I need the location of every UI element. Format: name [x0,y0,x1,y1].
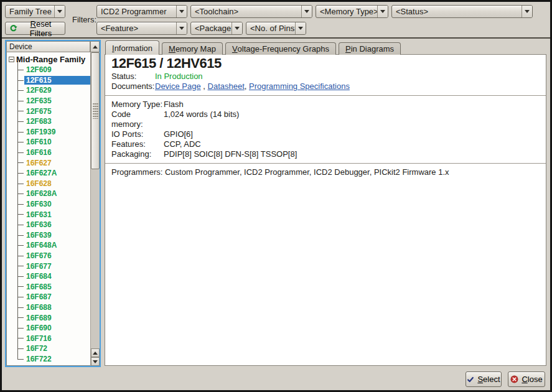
divider [105,163,546,164]
toolchain-filter-dropdown[interactable]: <Toolchain> [190,5,312,18]
tree-item-16F677[interactable]: 16F677 [6,261,90,271]
chevron-down-icon[interactable] [522,6,532,17]
tree-item-label: 16F610 [24,138,54,146]
tree-item-12F609[interactable]: 12F609 [6,65,90,75]
tree-item-label: 12F615 [24,76,90,85]
tree-item-label: 16F1939 [24,128,57,136]
tree-item-12F629[interactable]: 12F629 [6,85,90,96]
tree-item-12F683[interactable]: 12F683 [6,116,90,127]
memory-type-filter-dropdown[interactable]: <Memory Type> [316,5,388,18]
tree-item-12F615[interactable]: 12F615 [6,75,90,86]
chevron-down-icon[interactable] [301,6,312,17]
programmer-filter-value: ICD2 Programmer [97,7,176,16]
tree-item-label: 16F627A [24,169,58,177]
scrollbar-grip [93,103,98,119]
scroll-up-button-bottom[interactable] [91,348,100,357]
tree-item-label: 16F631 [24,210,54,219]
documents-label: Documents: [111,82,155,91]
tree-item-16F631[interactable]: 16F631 [6,209,90,220]
tree-item-16F1939[interactable]: 16F1939 [6,127,90,138]
spec-value: Flash [164,100,184,110]
device-page-link[interactable]: Device Page [155,82,201,91]
tree-item-16F690[interactable]: 16F690 [6,323,90,334]
tree-item-label: 16F616 [24,148,54,157]
spec-row-code-memory: Code memory: 1,024 words (14 bits) [111,110,540,129]
tree-item-16F628A[interactable]: 16F628A [6,189,90,199]
tree-scrollbar[interactable] [90,52,100,366]
tab-memory-map[interactable]: Memory Map [162,42,223,55]
tree-item-16F722[interactable]: 16F722 [6,354,90,365]
tree-item-16F688[interactable]: 16F688 [6,302,90,313]
documents-row: Documents: Device Page , Datasheet, Prog… [111,82,540,91]
status-badge: In Production [155,72,203,82]
family-tree-dropdown[interactable]: Family Tree [5,5,65,18]
spec-label: IO Ports: [111,129,164,139]
tree-item-16F676[interactable]: 16F676 [6,251,90,261]
tab-pin-diagrams[interactable]: Pin Diagrams [339,42,401,55]
device-tree-panel: Device Mid-Range Family 12F60912F61512F6… [5,40,101,367]
divider [105,95,546,96]
tree-item-label: 12F635 [24,96,54,105]
spec-value: PDIP[8] SOIC[8] DFN-S[8] TSSOP[8] [164,149,297,159]
spec-value: 1,024 words (14 bits) [164,110,239,129]
select-button[interactable]: Select [465,371,502,387]
status-row: Status: In Production [111,72,540,82]
tree-item-16F628[interactable]: 16F628 [6,179,90,189]
chevron-down-icon[interactable] [377,6,388,17]
tab-voltage-frequency-graphs[interactable]: Voltage-Frequency Graphs [225,42,336,55]
chevron-down-icon[interactable] [295,22,306,34]
reset-filters-button[interactable]: Reset Filters [5,22,65,35]
status-filter-dropdown[interactable]: <Status> [391,5,533,18]
reset-filters-label: Reset Filters [21,19,61,38]
chevron-down-icon[interactable] [54,6,65,17]
close-button[interactable]: Close [508,371,545,387]
tree-item-16F685[interactable]: 16F685 [6,281,90,292]
tree-item-label: 16F684 [24,272,54,281]
pins-filter-value: <No. of Pins> [246,24,295,33]
toolbar-separator [2,37,550,39]
datasheet-link[interactable]: Datasheet [208,82,245,91]
tree-item-16F72[interactable]: 16F72 [6,343,90,354]
tab-information[interactable]: Information [105,40,159,55]
collapse-expander-icon[interactable] [9,57,14,62]
tree-item-label: 16F689 [24,314,54,322]
tree-root-mid-range-family[interactable]: Mid-Range Family [6,54,85,65]
scrollbar-thumb[interactable] [91,52,100,169]
refresh-icon [9,24,17,32]
tree-item-16F636[interactable]: 16F636 [6,220,90,230]
scroll-up-button[interactable] [90,41,100,52]
tree-item-label: 16F636 [24,220,54,229]
feature-filter-value: <Feature> [97,24,176,33]
tree-item-16F630[interactable]: 16F630 [6,199,90,210]
programmer-filter-dropdown[interactable]: ICD2 Programmer [96,5,187,18]
tree-item-16F716[interactable]: 16F716 [6,333,90,343]
tree-item-16F648A[interactable]: 16F648A [6,240,90,251]
tree-item-16F627[interactable]: 16F627 [6,157,90,168]
status-filter-value: <Status> [392,7,522,16]
chevron-down-icon[interactable] [232,22,242,34]
tree-item-12F635[interactable]: 12F635 [6,96,90,106]
tree-item-16F687[interactable]: 16F687 [6,292,90,302]
tree-item-16F639[interactable]: 16F639 [6,230,90,241]
package-filter-dropdown[interactable]: <Package> [190,22,243,35]
package-filter-value: <Package> [191,24,232,33]
select-button-label: Select [477,375,500,384]
scroll-down-button[interactable] [91,357,100,366]
device-selector-window: Family Tree Filters: ICD2 Programmer <To… [0,0,552,392]
tree-item-16F684[interactable]: 16F684 [6,271,90,282]
tree-item-16F689[interactable]: 16F689 [6,312,90,323]
tree-item-16F610[interactable]: 16F610 [6,137,90,147]
chevron-down-icon[interactable] [176,6,187,17]
device-column-header[interactable]: Device [6,41,90,52]
tree-item-16F616[interactable]: 16F616 [6,147,90,158]
tree-item-label: 16F688 [24,303,54,312]
tree-item-12F675[interactable]: 12F675 [6,106,90,116]
tree-item-16F627A[interactable]: 16F627A [6,168,90,179]
close-icon [510,375,518,383]
tree-item-label: 12F629 [24,86,54,95]
programming-specifications-link[interactable]: Programming Specifications [249,82,350,91]
pins-filter-dropdown[interactable]: <No. of Pins> [246,22,306,35]
chevron-down-icon[interactable] [176,22,187,34]
spec-label: Memory Type: [111,100,164,110]
feature-filter-dropdown[interactable]: <Feature> [96,22,187,35]
